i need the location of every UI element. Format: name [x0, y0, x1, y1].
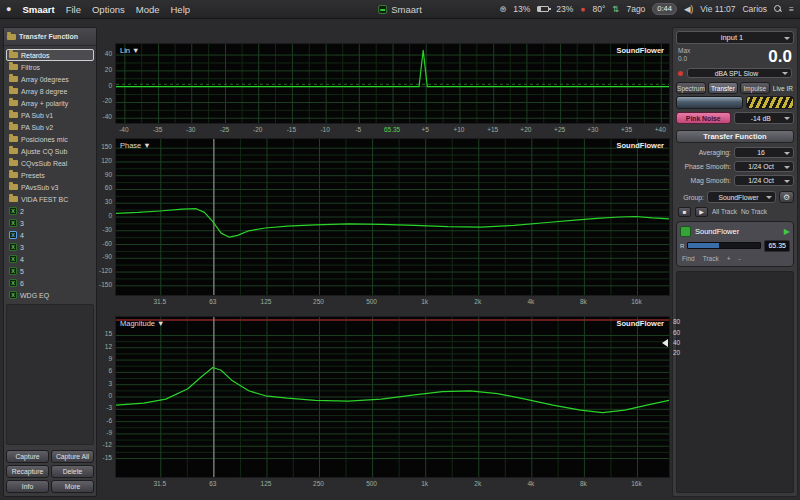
app-menu-title[interactable]: Smaart [22, 4, 54, 15]
track-list-area [676, 271, 794, 493]
temperature[interactable]: 80° [592, 4, 605, 14]
capture-all-button[interactable]: Capture All [51, 450, 94, 463]
sidebar-item-presets[interactable]: Presets [6, 169, 94, 181]
capture-item-3[interactable]: X3 [6, 241, 94, 253]
phase-x-axis: 31.5631252505001k2k4k8k16k [115, 298, 670, 308]
capture-item-label: 4 [20, 232, 24, 239]
play-button[interactable]: ▶ [695, 207, 708, 217]
sidebar-item-pavssub-v3[interactable]: PAvsSub v3 [6, 181, 94, 193]
info-button[interactable]: Info [6, 480, 49, 493]
phase-y-axis: 1501209060300-30-60-90-120-150 [100, 138, 114, 296]
recapture-button[interactable]: Recapture [6, 465, 49, 478]
temp-icon[interactable]: ● [580, 4, 585, 14]
live-ir-toggle[interactable]: Live IR [772, 85, 794, 92]
track-tile[interactable]: SoundFlower ▶ R 65.35 Find Track + - [676, 221, 794, 267]
tab-transfer[interactable]: Transfer [708, 82, 738, 94]
group-row: Group: SoundFlower ⚙ [676, 191, 794, 203]
date[interactable]: 7ago [626, 4, 645, 14]
more-button[interactable]: More [51, 480, 94, 493]
sidebar-item-vida-fest-bc[interactable]: VIDA FEST BC [6, 193, 94, 205]
tab-impulse[interactable]: Impulse [740, 82, 770, 94]
network-icon[interactable]: ⇅ [612, 4, 619, 14]
magnitude-x-axis: 31.5631252505001k2k4k8k16k [115, 480, 670, 490]
menu-options[interactable]: Options [92, 4, 125, 15]
battery-icon[interactable] [537, 6, 549, 12]
sidebar-item-label: Retardos [21, 52, 49, 59]
stop-button[interactable]: ■ [678, 207, 691, 217]
timer-badge[interactable]: 0:44 [652, 3, 677, 15]
generator-level-select[interactable]: -14 dB [734, 112, 795, 124]
capture-item-4[interactable]: X4 [6, 253, 94, 265]
sidebar-item-pa-sub-v1[interactable]: PA Sub v1 [6, 109, 94, 121]
track-button[interactable]: Track [703, 255, 719, 262]
all-track-button[interactable]: All Track [712, 208, 737, 215]
window-title-area: Smaart [378, 4, 422, 15]
sidebar-item-ajuste-cq-sub[interactable]: Ajuste CQ Sub [6, 145, 94, 157]
find-button[interactable]: Find [682, 255, 695, 262]
x-tick-label: 63 [200, 298, 226, 305]
phase-title-dropdown[interactable]: Phase ▼ [120, 141, 151, 150]
sidebar-item-array-polarity[interactable]: Array + polarity [6, 97, 94, 109]
menu-help[interactable]: Help [170, 4, 190, 15]
apple-menu-icon[interactable]: ● [6, 4, 11, 14]
capture-item-4[interactable]: X4 [6, 229, 94, 241]
folder-icon [9, 136, 18, 142]
magnitude-trace [116, 368, 669, 413]
track-level-meter [687, 242, 761, 249]
menu-mode[interactable]: Mode [136, 4, 160, 15]
capture-x-icon: X [9, 231, 17, 239]
wrench-icon[interactable]: ⚙ [779, 191, 794, 203]
phase-canvas[interactable]: Phase ▼ SoundFlower [115, 138, 670, 296]
track-play-icon[interactable]: ▶ [784, 227, 790, 236]
capture-item-6[interactable]: X6 [6, 277, 94, 289]
plot-area: 40200-20-40 Lin ▼ SoundFlower -40-35-30-… [100, 27, 670, 497]
x-tick-label: 1k [412, 480, 438, 487]
notification-center-icon[interactable]: ≡ [789, 4, 794, 14]
coherence-marker[interactable] [662, 339, 668, 347]
fan-icon[interactable]: ⊛ [499, 4, 506, 14]
x-tick-label: 31.5 [147, 298, 173, 305]
capture-item-2[interactable]: X2 [6, 205, 94, 217]
group-select[interactable]: SoundFlower [707, 191, 776, 203]
averaging-select[interactable]: 16 [734, 147, 794, 158]
input-select[interactable]: input 1 [676, 31, 794, 44]
capture-item-label: 4 [20, 256, 24, 263]
x-tick-label: 125 [253, 298, 279, 305]
user-name[interactable]: Carios [742, 4, 767, 14]
capture-item-3[interactable]: X3 [6, 217, 94, 229]
sidebar-item-retardos[interactable]: Retardos [6, 49, 94, 61]
magnitude-y-axis: 15129630-3-6-9-12-15 [100, 316, 114, 478]
live-ir-canvas[interactable]: Lin ▼ SoundFlower [115, 43, 670, 124]
capture-item-wdg-eq[interactable]: XWDG EQ [6, 289, 94, 301]
no-track-button[interactable]: No Track [741, 208, 767, 215]
menu-file[interactable]: File [66, 4, 81, 15]
pink-noise-button[interactable]: Pink Noise [676, 112, 731, 124]
sidebar-item-cqvssub-real[interactable]: CQvsSub Real [6, 157, 94, 169]
x-tick-label: -5 [345, 126, 371, 133]
sidebar-item-array-8-degree[interactable]: Array 8 degree [6, 85, 94, 97]
delete-button[interactable]: Delete [51, 465, 94, 478]
delay-minus-button[interactable]: - [738, 255, 740, 262]
x-tick-label: -10 [312, 126, 338, 133]
capture-item-5[interactable]: X5 [6, 265, 94, 277]
delay-plus-button[interactable]: + [727, 255, 731, 262]
magnitude-title-dropdown[interactable]: Magnitude ▼ [120, 319, 165, 328]
sidebar-item-filtros[interactable]: Filtros [6, 61, 94, 73]
phase-smooth-select[interactable]: 1/24 Oct [734, 161, 794, 172]
live-ir-title-dropdown[interactable]: Lin ▼ [120, 46, 140, 55]
cpu-percent[interactable]: 13% [513, 4, 530, 14]
sidebar-item-posiciones-mic[interactable]: Posiciones mic [6, 133, 94, 145]
mag-smooth-select[interactable]: 1/24 Oct [734, 175, 794, 186]
menu-items: FileOptionsModeHelp [66, 4, 190, 15]
spotlight-icon[interactable] [774, 5, 782, 13]
sidebar-item-pa-sub-v2[interactable]: PA Sub v2 [6, 121, 94, 133]
sidebar-item-array-0degrees[interactable]: Array 0degrees [6, 73, 94, 85]
capture-button[interactable]: Capture [6, 450, 49, 463]
spl-mode-select[interactable]: dBA SPL Slow [687, 68, 792, 78]
tab-spectrum[interactable]: Spectrum [676, 82, 706, 94]
volume-icon[interactable]: ◀) [684, 4, 693, 14]
battery-percent[interactable]: 23% [556, 4, 573, 14]
clock[interactable]: Vie 11:07 [700, 4, 735, 14]
magnitude-canvas[interactable]: Magnitude ▼ SoundFlower [115, 316, 670, 478]
smaart-app-icon [378, 5, 387, 14]
